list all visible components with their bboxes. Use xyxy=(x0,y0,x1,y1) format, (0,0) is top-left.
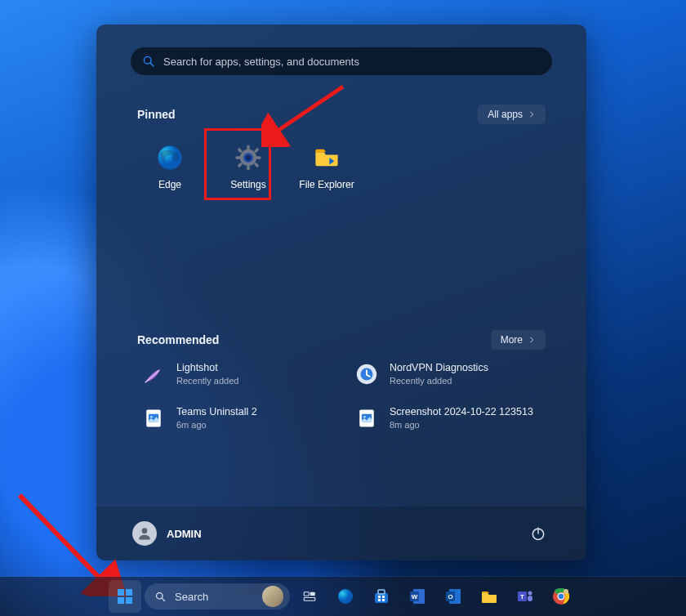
start-search-input[interactable]: Search for apps, settings, and documents xyxy=(131,47,552,75)
start-menu-panel: Search for apps, settings, and documents… xyxy=(96,25,586,560)
folder-icon xyxy=(312,143,341,172)
svg-point-22 xyxy=(142,528,148,533)
recommended-item-title: Lightshot xyxy=(176,362,238,374)
taskbar-teams[interactable]: T xyxy=(509,580,541,613)
edge-icon xyxy=(155,143,185,172)
svg-rect-9 xyxy=(254,163,260,168)
power-button[interactable] xyxy=(526,521,550,546)
recommended-item-nordvpn[interactable]: NordVPN Diagnostics Recently added xyxy=(349,358,547,391)
svg-rect-11 xyxy=(237,163,243,168)
svg-point-13 xyxy=(246,155,252,161)
svg-rect-6 xyxy=(236,156,241,158)
pinned-app-label: Edge xyxy=(158,179,181,190)
svg-text:T: T xyxy=(520,593,524,600)
taskbar-word[interactable]: W xyxy=(401,580,434,613)
svg-text:O: O xyxy=(448,593,452,600)
image-file-icon xyxy=(140,405,167,431)
folder-icon xyxy=(479,587,499,606)
svg-rect-29 xyxy=(118,597,124,604)
recommended-item-title: NordVPN Diagnostics xyxy=(390,362,488,374)
circle-arrow-icon xyxy=(354,361,380,387)
svg-point-56 xyxy=(564,589,568,594)
taskbar-search-label: Search xyxy=(175,591,208,603)
gear-icon xyxy=(234,143,263,172)
pinned-app-edge[interactable]: Edge xyxy=(131,131,209,203)
svg-rect-37 xyxy=(375,593,388,603)
pinned-app-label: File Explorer xyxy=(299,179,354,190)
all-apps-button[interactable]: All apps xyxy=(478,105,546,124)
all-apps-label: All apps xyxy=(488,109,523,120)
search-placeholder: Search for apps, settings, and documents xyxy=(163,56,359,68)
svg-rect-41 xyxy=(378,599,381,601)
taskbar-file-explorer[interactable] xyxy=(473,580,506,613)
svg-point-51 xyxy=(528,591,532,596)
recommended-item-sub: Recently added xyxy=(176,376,238,386)
image-file-icon xyxy=(354,405,380,431)
svg-rect-8 xyxy=(237,148,243,154)
recommended-list: Lightshot Recently added NordVPN Diagnos… xyxy=(131,358,552,435)
search-icon xyxy=(154,591,167,603)
svg-rect-38 xyxy=(378,590,385,594)
svg-rect-4 xyxy=(247,145,249,150)
svg-point-55 xyxy=(559,594,564,599)
windows-icon xyxy=(115,587,135,606)
taskbar-edge[interactable] xyxy=(329,580,362,613)
recommended-item-title: Teams Uninstall 2 xyxy=(176,406,257,418)
recommended-item-sub: 8m ago xyxy=(390,420,533,431)
taskbar-store[interactable] xyxy=(365,580,398,613)
more-label: More xyxy=(501,334,523,346)
task-view-icon xyxy=(302,589,317,604)
pinned-apps-grid: Edge xyxy=(131,131,552,203)
svg-text:W: W xyxy=(412,593,418,600)
svg-line-32 xyxy=(162,598,164,600)
teams-icon: T xyxy=(515,587,535,606)
store-icon xyxy=(372,587,391,606)
chevron-right-icon xyxy=(528,110,536,118)
recommended-item-lightshot[interactable]: Lightshot Recently added xyxy=(136,358,334,391)
svg-rect-10 xyxy=(254,148,260,154)
svg-rect-5 xyxy=(247,165,249,170)
svg-rect-35 xyxy=(304,598,315,601)
recommended-item-sub: Recently added xyxy=(390,376,488,386)
chrome-icon xyxy=(551,587,571,606)
svg-rect-52 xyxy=(528,596,532,601)
edge-icon xyxy=(336,587,355,606)
recommended-item-sub: 6m ago xyxy=(176,420,257,431)
svg-rect-33 xyxy=(304,592,309,596)
search-icon xyxy=(142,55,155,68)
pinned-header: Pinned All apps xyxy=(131,105,552,124)
feather-icon xyxy=(140,361,167,387)
svg-rect-28 xyxy=(126,589,132,596)
power-icon xyxy=(530,525,546,542)
svg-point-36 xyxy=(338,589,353,604)
svg-point-31 xyxy=(157,592,163,599)
taskbar: Search W O xyxy=(0,577,686,616)
svg-rect-30 xyxy=(126,597,132,604)
svg-point-18 xyxy=(150,416,153,418)
svg-rect-34 xyxy=(310,592,315,596)
user-account-button[interactable]: ADMIN xyxy=(132,521,202,546)
recommended-header: Recommended More xyxy=(131,330,552,350)
taskbar-task-view[interactable] xyxy=(293,580,326,613)
pinned-app-label: Settings xyxy=(230,179,265,190)
taskbar-outlook[interactable]: O xyxy=(437,580,470,613)
taskbar-search-decoration-icon xyxy=(262,586,283,607)
svg-rect-27 xyxy=(118,589,124,596)
taskbar-search-input[interactable]: Search xyxy=(145,583,290,609)
recommended-item-screenshot[interactable]: Screenshot 2024-10-22 123513 8m ago xyxy=(349,402,547,435)
svg-point-21 xyxy=(363,416,366,418)
svg-rect-7 xyxy=(256,156,261,158)
taskbar-chrome[interactable] xyxy=(545,580,577,613)
pinned-app-file-explorer[interactable]: File Explorer xyxy=(287,131,366,203)
user-name: ADMIN xyxy=(167,528,202,540)
recommended-more-button[interactable]: More xyxy=(491,330,546,350)
pinned-app-settings[interactable]: Settings xyxy=(209,131,287,203)
recommended-item-teams-uninstall[interactable]: Teams Uninstall 2 6m ago xyxy=(136,402,334,435)
pinned-title: Pinned xyxy=(137,108,176,121)
svg-rect-40 xyxy=(382,596,385,598)
svg-rect-39 xyxy=(378,596,381,598)
recommended-title: Recommended xyxy=(137,333,219,346)
chevron-right-icon xyxy=(528,336,536,344)
taskbar-start-button[interactable] xyxy=(109,580,141,613)
outlook-icon: O xyxy=(443,587,463,606)
